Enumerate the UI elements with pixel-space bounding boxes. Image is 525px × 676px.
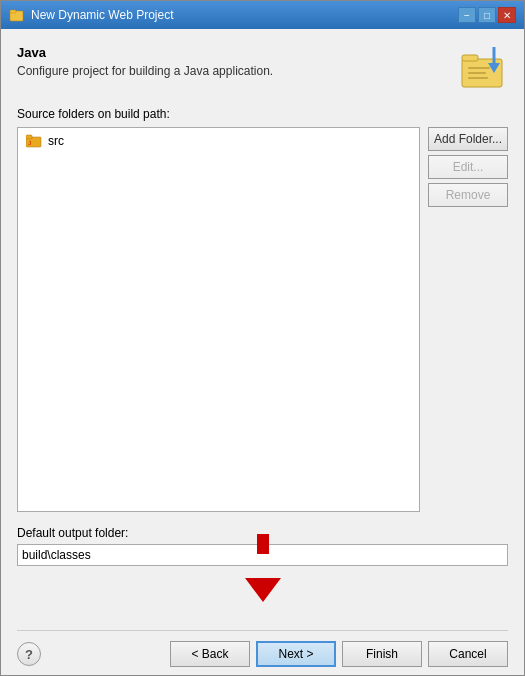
source-folder-icon: J [26,134,42,148]
side-buttons: Add Folder... Edit... Remove [428,127,508,512]
add-folder-button[interactable]: Add Folder... [428,127,508,151]
page-title: Java [17,45,450,60]
source-folders-list[interactable]: J src [17,127,420,512]
svg-rect-6 [468,67,490,69]
header-icon [460,45,508,93]
content-area: Java Configure project for building a Ja… [1,29,524,675]
header-text: Java Configure project for building a Ja… [17,45,450,78]
svg-text:J: J [28,140,31,146]
header-section: Java Configure project for building a Ja… [17,45,508,93]
finish-button[interactable]: Finish [342,641,422,667]
minimize-button[interactable]: − [458,7,476,23]
cancel-button[interactable]: Cancel [428,641,508,667]
title-bar-controls: − □ ✕ [458,7,516,23]
list-item: J src [22,132,415,150]
next-button[interactable]: Next > [256,641,336,667]
help-button[interactable]: ? [17,642,41,666]
arrow-head [245,578,281,602]
arrow-shaft [257,534,269,554]
maximize-button[interactable]: □ [478,7,496,23]
svg-rect-3 [462,55,478,61]
remove-button[interactable]: Remove [428,183,508,207]
back-button[interactable]: < Back [170,641,250,667]
source-folders-section: J src Add Folder... Edit... Remove [17,127,508,512]
title-bar-title: New Dynamic Web Project [31,8,452,22]
window: New Dynamic Web Project − □ ✕ Java Confi… [0,0,525,676]
arrow-container [17,578,508,624]
svg-rect-10 [26,135,32,139]
page-description: Configure project for building a Java ap… [17,64,450,78]
source-folder-name: src [48,134,64,148]
svg-rect-7 [468,72,486,74]
svg-rect-8 [468,77,488,79]
svg-rect-1 [10,10,16,13]
title-bar-icon [9,7,25,23]
edit-button[interactable]: Edit... [428,155,508,179]
bottom-section: ? < Back Next > Finish Cancel [17,630,508,667]
title-bar: New Dynamic Web Project − □ ✕ [1,1,524,29]
close-button[interactable]: ✕ [498,7,516,23]
source-folders-label: Source folders on build path: [17,107,508,121]
